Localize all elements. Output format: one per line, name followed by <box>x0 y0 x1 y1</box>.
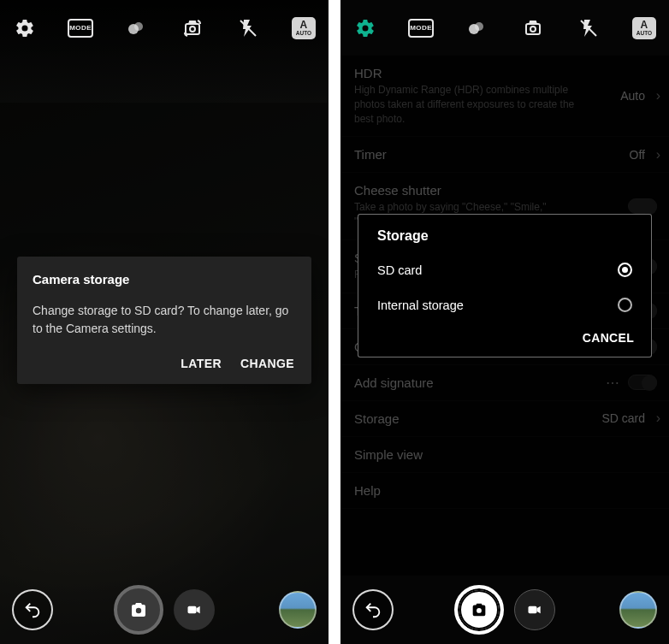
auto-mode-icon[interactable]: A AUTO <box>630 14 659 43</box>
camera-bottombar <box>0 576 329 644</box>
gallery-thumbnail[interactable] <box>279 591 317 629</box>
dialog-body: Change storage to SD card? To change lat… <box>33 302 296 338</box>
gear-icon[interactable] <box>351 14 380 43</box>
change-button[interactable]: CHANGE <box>240 357 294 370</box>
svg-point-5 <box>136 608 141 613</box>
back-button[interactable] <box>352 589 394 630</box>
svg-point-1 <box>134 22 143 31</box>
gallery-thumbnail[interactable] <box>619 591 657 629</box>
mode-icon[interactable]: MODE <box>66 14 95 43</box>
camera-switch-icon[interactable] <box>518 14 548 43</box>
camera-topbar: MODE A AUTO <box>0 0 329 56</box>
cancel-button[interactable]: CANCEL <box>583 331 634 345</box>
radio-selected-icon[interactable] <box>618 263 632 277</box>
dialog-title: Camera storage <box>33 272 296 287</box>
mode-icon[interactable]: MODE <box>406 14 435 43</box>
camera-bottombar <box>340 576 669 644</box>
radio-icon[interactable] <box>618 298 632 312</box>
svg-rect-13 <box>529 606 537 613</box>
svg-rect-6 <box>188 606 197 613</box>
svg-rect-9 <box>526 24 540 34</box>
screenshot-right: MODE A AUTO HDR High Dynamic Range (HD <box>340 0 669 644</box>
filter-icon[interactable] <box>121 14 151 43</box>
dialog-title: Storage <box>358 228 651 252</box>
option-label: SD card <box>377 263 422 277</box>
back-button[interactable] <box>12 589 53 630</box>
flash-off-icon[interactable] <box>574 14 603 43</box>
dialog-actions: LATER CHANGE <box>33 353 296 375</box>
gear-icon[interactable] <box>10 14 39 43</box>
screenshot-left: MODE A AUTO Camera storage Change storag… <box>0 0 329 644</box>
flash-off-icon[interactable] <box>234 14 263 43</box>
shutter-button[interactable] <box>454 585 504 635</box>
auto-label: AUTO <box>296 30 311 36</box>
svg-rect-2 <box>186 24 199 34</box>
auto-letter: A <box>641 20 648 30</box>
later-button[interactable]: LATER <box>181 357 222 370</box>
filter-icon[interactable] <box>462 14 491 43</box>
svg-point-12 <box>477 608 482 613</box>
svg-point-8 <box>475 22 483 31</box>
option-internal-storage[interactable]: Internal storage <box>358 287 651 322</box>
svg-point-3 <box>190 27 195 32</box>
mode-label: MODE <box>408 19 434 38</box>
video-button[interactable] <box>174 589 215 630</box>
svg-point-10 <box>530 27 536 32</box>
storage-dialog: Storage SD card Internal storage CANCEL <box>358 214 652 357</box>
auto-label: AUTO <box>636 30 652 36</box>
camera-topbar: MODE A AUTO <box>340 0 669 56</box>
auto-letter: A <box>300 20 308 30</box>
video-button[interactable] <box>514 589 555 630</box>
camera-storage-dialog: Camera storage Change storage to SD card… <box>17 257 311 384</box>
shutter-button[interactable] <box>114 585 163 635</box>
option-sd-card[interactable]: SD card <box>358 252 651 287</box>
option-label: Internal storage <box>377 298 464 312</box>
mode-label: MODE <box>68 19 93 38</box>
dialog-actions: CANCEL <box>358 322 651 350</box>
camera-switch-icon[interactable] <box>178 14 207 43</box>
auto-mode-icon[interactable]: A AUTO <box>289 14 318 43</box>
